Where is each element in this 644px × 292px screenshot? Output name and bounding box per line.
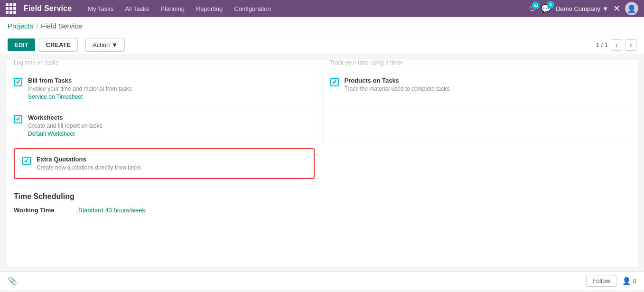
working-time-value-link[interactable]: Standard 40 hours/week <box>78 207 145 214</box>
company-selector[interactable]: Demo Company ▼ <box>556 5 608 12</box>
products-on-tasks-checkbox[interactable] <box>330 78 339 86</box>
top-menu: My Tasks All Tasks Planning Reporting Co… <box>83 2 521 15</box>
extra-quotations-checkbox[interactable] <box>22 157 31 165</box>
pagination-next-button[interactable]: › <box>625 39 636 51</box>
working-time-label: Working Time <box>14 207 71 214</box>
bill-from-tasks-checkbox[interactable] <box>14 78 22 86</box>
products-on-tasks-text: Products on Tasks Track the material use… <box>345 77 450 93</box>
toolbar: EDIT CREATE Action ▼ 1 / 1 ‹ › <box>0 35 644 55</box>
worksheets-checkbox[interactable] <box>14 115 22 123</box>
chat-button[interactable]: 💬 3 <box>541 4 551 14</box>
breadcrumb: Projects / Field Service <box>0 17 644 35</box>
clock-activity-button[interactable]: ⏲ 21 <box>529 4 536 13</box>
feature-worksheets: Worksheets Create and fill report on tas… <box>6 107 322 144</box>
attachment-icon[interactable]: 📎 <box>8 276 17 285</box>
close-button[interactable]: ✕ <box>613 3 620 14</box>
working-time-row: Working Time Standard 40 hours/week <box>6 205 638 221</box>
footer-right: Follow 👤 0 <box>586 275 636 287</box>
pagination-prev-button[interactable]: ‹ <box>611 39 622 51</box>
person-icon: 👤 <box>622 277 631 285</box>
footer-left: 📎 <box>8 276 17 285</box>
time-scheduling-title: Time Scheduling <box>6 187 638 205</box>
features-row-3: Extra Quotations Create new quotations d… <box>6 144 638 183</box>
form-container: Log time on tasks Track your time using … <box>6 59 638 267</box>
worksheets-text: Worksheets Create and fill report on tas… <box>28 114 103 137</box>
edit-button[interactable]: EDIT <box>8 38 35 51</box>
main-content: Log time on tasks Track your time using … <box>0 55 644 271</box>
worksheets-link[interactable]: Default Worksheet <box>28 131 75 137</box>
partial-log-time: Log time on tasks <box>6 59 322 70</box>
time-scheduling-section: Time Scheduling Working Time Standard 40… <box>6 187 638 221</box>
app-title: Field Service <box>24 4 72 13</box>
top-navigation: Field Service My Tasks All Tasks Plannin… <box>0 0 644 17</box>
pagination: 1 / 1 ‹ › <box>596 39 636 51</box>
apps-grid-icon[interactable] <box>6 3 16 14</box>
follow-button[interactable]: Follow <box>586 275 616 287</box>
bill-from-tasks-text: Bill from Tasks Invoice your time and ma… <box>28 77 132 100</box>
breadcrumb-separator: / <box>36 22 38 30</box>
extra-quotations-text: Extra Quotations Create new quotations d… <box>37 156 141 172</box>
topnav-right-section: ⏲ 21 💬 3 Demo Company ▼ ✕ 👤 <box>529 2 638 15</box>
create-button[interactable]: CREATE <box>39 38 78 52</box>
action-button[interactable]: Action ▼ <box>85 38 125 52</box>
menu-reporting[interactable]: Reporting <box>191 2 227 15</box>
footer-bar: 📎 Follow 👤 0 <box>0 271 644 290</box>
clock-badge: 21 <box>532 1 540 9</box>
menu-all-tasks[interactable]: All Tasks <box>120 2 154 15</box>
menu-planning[interactable]: Planning <box>156 2 189 15</box>
user-avatar[interactable]: 👤 <box>625 2 638 15</box>
partial-track-time: Track your time using a timer <box>322 59 638 70</box>
follower-count: 👤 0 <box>622 277 636 285</box>
features-row-2: Worksheets Create and fill report on tas… <box>6 107 638 144</box>
bill-from-tasks-link[interactable]: Service on Timesheet <box>28 94 83 100</box>
breadcrumb-current: Field Service <box>41 22 82 30</box>
feature-bill-from-tasks: Bill from Tasks Invoice your time and ma… <box>6 70 322 107</box>
features-row-1: Bill from Tasks Invoice your time and ma… <box>6 70 638 107</box>
chat-badge: 3 <box>547 1 554 9</box>
action-chevron-icon: ▼ <box>112 41 118 48</box>
menu-my-tasks[interactable]: My Tasks <box>83 2 118 15</box>
breadcrumb-projects-link[interactable]: Projects <box>8 22 33 30</box>
menu-configuration[interactable]: Configuration <box>229 2 275 15</box>
feature-products-on-tasks: Products on Tasks Track the material use… <box>322 70 638 107</box>
feature-extra-quotations: Extra Quotations Create new quotations d… <box>14 148 315 179</box>
